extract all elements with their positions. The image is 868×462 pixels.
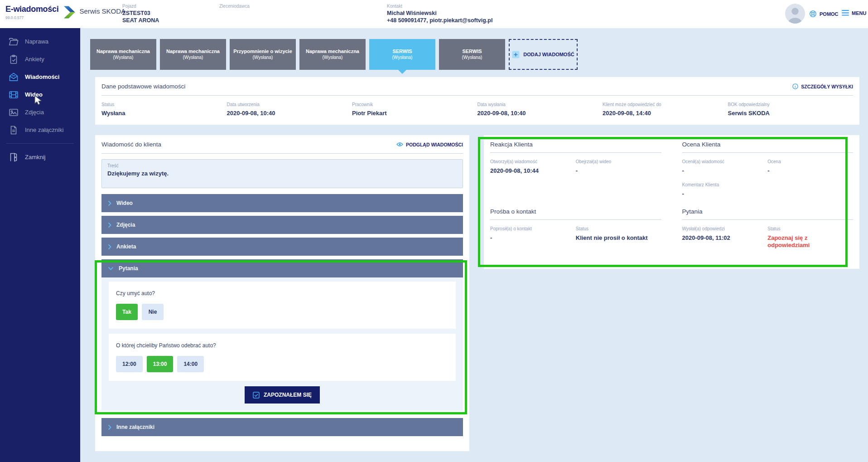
sidebar-item-label: Zamknij [25,154,46,160]
divider [490,219,661,220]
tab-message-4[interactable]: Naprawa mechaniczna (Wysłana) [299,39,366,70]
hamburger-icon [842,10,849,16]
accordion-ankieta[interactable]: Ankieta [101,238,463,256]
sidebar-item-wiadomosci[interactable]: Wiadomości [0,68,80,86]
chevron-right-icon [108,244,111,250]
vehicle-label: Pojazd [122,3,159,10]
help-label: POMOC [820,11,839,17]
app-root: E-wiadomości 99.0.0.577 [0,0,868,462]
tab-message-3[interactable]: Przypomnienie o wizycie (Wysłana) [230,39,296,70]
divider [682,219,854,220]
main-content: Naprawa mechaniczna (Wysłana) Naprawa me… [80,28,868,462]
see-answers-link[interactable]: Zapoznaj się z odpowiedziami [767,234,849,249]
checkbox-check-icon [253,392,260,399]
section-pytania: Pytania Wysłał(a) odpowiedzi 2020-09-08,… [682,208,854,249]
accordion-zdjecia[interactable]: Zdjęcia [101,216,463,234]
section-prosba-o-kontakt: Prośba o kontakt Poprosił(a) o kontakt -… [490,208,661,249]
sidebar: Naprawa Ankiety Wiadomości [0,28,80,462]
tab-message-2[interactable]: Naprawa mechaniczna (Wysłana) [160,39,226,70]
field-poprosil-o-kontakt: Poprosił(a) o kontakt - [490,226,576,241]
sidebar-item-wideo[interactable]: Wideo [0,86,80,103]
field-kontakt-status: Status Klient nie prosił o kontakt [576,226,661,241]
tab-message-6[interactable]: SERWIS (Wysłana) [439,39,505,70]
divider [101,95,853,96]
message-tabs: Naprawa mechaniczna (Wysłana) Naprawa me… [90,39,859,70]
client-reaction-panel: Reakcja Klienta Otworzył(a) wiadomość 20… [484,135,859,269]
top-bar: E-wiadomości 99.0.0.577 [0,0,868,28]
tab-message-5-active[interactable]: SERWIS (Wysłana) [369,39,435,70]
accordion-pytania-expanded[interactable]: Pytania [101,259,463,277]
field-odpowiedz-do: Klient może odpowiedzieć do 2020-09-08, … [603,102,728,117]
field-status: Status Wysłana [101,102,227,117]
add-message-button[interactable]: DODAJ WIADOMOŚĆ [509,39,578,70]
door-exit-icon [8,152,19,163]
content-value: Dziękujemy za wizytę. [107,170,457,177]
vehicle-info: Pojazd ZSTEST03 SEAT ARONA [122,3,159,24]
sidebar-item-label: Wiadomości [25,73,59,80]
message-content-box: Treść Dziękujemy za wizytę. [101,159,463,188]
accordion-wideo[interactable]: Wideo [101,194,463,212]
field-odpowiedzi-status: Status Zapoznaj się z odpowiedziami [767,226,853,249]
answer-nie[interactable]: Nie [142,304,164,320]
chevron-right-icon [108,200,111,206]
preview-message-link[interactable]: PODGLĄD WIADOMOŚCI [396,142,463,147]
field-bok: BOK odpowiedzialny Serwis SKODA [728,102,854,117]
sidebar-item-zdjecia[interactable]: Zdjęcia [0,103,80,121]
folder-icon [8,36,19,47]
sidebar-item-naprawa[interactable]: Naprawa [0,33,80,50]
sidebar-item-inne-zalaczniki[interactable]: Inne załączniki [0,121,80,139]
section-ocena-klienta: Ocena Klienta Ocenił(a) wiadomość - Ocen… [682,141,854,197]
menu-label: MENU [852,10,866,16]
photo-icon [8,107,19,118]
field-otworzyl-wiadomosc: Otworzył(a) wiadomość 2020-09-08, 10:44 [490,159,576,174]
content-label: Treść [107,163,457,168]
shipping-details-link[interactable]: SZCZEGÓŁY WYSYŁKI [792,83,853,89]
field-ocenil-wiadomosc: Ocenił(a) wiadomość - [682,159,768,174]
add-message-label: DODAJ WIADOMOŚĆ [523,52,574,57]
contact-label: Kontakt [387,3,492,10]
contact-name: Michał Wiśniewski [387,10,492,17]
sidebar-item-label: Zdjęcia [25,109,44,116]
divider [101,153,463,154]
document-icon [8,125,19,136]
sidebar-divider [6,143,74,144]
answer-1200[interactable]: 12:00 [116,356,143,372]
field-komentarz-klienta: Komentarz Klienta - [682,182,768,197]
basic-info-fields: Status Wysłana Data utworzenia 2020-09-0… [101,102,853,117]
menu-button[interactable]: MENU [842,10,866,16]
sidebar-item-label: Ankiety [25,56,44,63]
brand: E-wiadomości 99.0.0.577 [5,5,125,20]
chevron-down-icon [108,267,114,270]
answer-tak-selected[interactable]: Tak [116,304,138,320]
person-icon [785,4,805,24]
basic-info-title: Dane podstawowe wiadomości [101,83,185,90]
vehicle-model: SEAT ARONA [122,17,159,24]
info-icon [792,83,798,89]
question-card-2: O której chcieliby Państwo odebrać auto?… [109,334,456,381]
acknowledge-button[interactable]: ZAPOZNAŁEM SIĘ [245,386,320,404]
vehicle-id: ZSTEST03 [122,10,159,17]
tab-message-1[interactable]: Naprawa mechaniczna (Wysłana) [90,39,156,70]
divider [490,152,661,153]
sidebar-item-ankiety[interactable]: Ankiety [0,50,80,68]
plus-square-icon [512,51,520,58]
answer-1400[interactable]: 14:00 [177,356,204,372]
field-data-wyslania: Data wysłania 2020-09-08, 10:40 [477,102,603,117]
film-icon [8,89,19,100]
sidebar-item-label: Wideo [25,91,43,98]
app-title: E-wiadomości [5,5,58,14]
field-pracownik: Pracownik Piotr Piekart [352,102,477,117]
accordion-inne-zalaczniki[interactable]: Inne załączniki [101,418,463,436]
questions-section: Czy umyć auto? Tak Nie O której chcielib… [101,277,463,411]
contact-info: Kontakt Michał Wiśniewski +48 509091477,… [387,3,492,24]
help-button[interactable]: POMOC [809,10,839,18]
avatar[interactable] [785,4,805,24]
envelope-open-icon [8,72,19,83]
question-text: Czy umyć auto? [116,290,448,297]
question-card-1: Czy umyć auto? Tak Nie [109,282,456,329]
field-obejrzal-wideo: Obejrzał(a) wideo - [576,159,661,174]
answer-1300-selected[interactable]: 13:00 [147,356,174,372]
brand-chevron-logo-icon [62,5,76,19]
sidebar-item-zamknij[interactable]: Zamknij [0,148,80,166]
chevron-right-icon [108,222,111,228]
